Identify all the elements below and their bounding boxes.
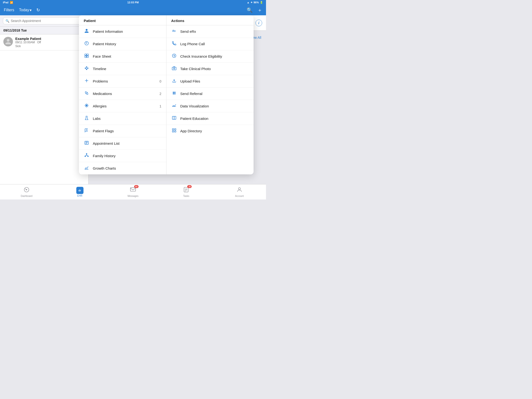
clinical-photo-icon	[171, 66, 177, 72]
dropdown-item-family-history[interactable]: Family History	[79, 150, 166, 162]
send-referral-icon	[171, 91, 177, 97]
dropdown-item-problems[interactable]: Problems 0	[79, 75, 166, 88]
tab-ehr-label: EHR	[77, 195, 82, 197]
problems-badge: 0	[159, 79, 161, 83]
upload-files-label: Upload Files	[180, 79, 249, 83]
search-input[interactable]	[11, 19, 83, 23]
dropdown-item-patient-history[interactable]: Patient History	[79, 38, 166, 50]
appt-name: Example Patient	[15, 37, 85, 41]
tasks-badge-wrap: 35	[183, 187, 189, 194]
device-label: iPad	[3, 1, 8, 4]
dropdown-item-patient-education[interactable]: Patient Education	[166, 112, 254, 125]
dropdown-item-upload-files[interactable]: Upload Files	[166, 75, 254, 88]
svg-rect-38	[172, 67, 176, 70]
problems-icon	[84, 78, 89, 84]
svg-rect-52	[174, 131, 176, 132]
svg-line-31	[87, 155, 88, 156]
clinical-photo-label: Take Clinical Photo	[180, 67, 249, 71]
tab-dashboard[interactable]: Dashboard	[0, 184, 53, 200]
dropdown-item-send-erx[interactable]: Rx Send eRx	[166, 25, 254, 38]
app-directory-icon	[171, 128, 177, 134]
svg-rect-3	[85, 56, 87, 58]
status-time: 12:03 PM	[127, 1, 139, 4]
svg-point-40	[173, 92, 174, 93]
tab-tasks[interactable]: 35 Tasks	[159, 184, 213, 200]
dropdown-item-insurance[interactable]: $ Check Insurance Eligibility	[166, 50, 254, 63]
dropdown-item-send-referral[interactable]: Send Referral	[166, 88, 254, 100]
status-right: ▲ ✦ 96% 🔋	[247, 1, 263, 4]
today-selector[interactable]: Today ▾	[19, 8, 32, 13]
dropdown-item-appointment-list[interactable]: Appointment List	[79, 137, 166, 150]
svg-point-6	[86, 66, 87, 67]
svg-rect-51	[172, 131, 174, 132]
svg-rect-2	[87, 54, 89, 56]
filters-button[interactable]: Filters	[4, 8, 14, 12]
info-button[interactable]: i	[255, 20, 262, 26]
dropdown-item-timeline[interactable]: Timeline	[79, 63, 166, 75]
patient-history-label: Patient History	[93, 42, 161, 46]
dashboard-icon	[23, 187, 30, 194]
svg-point-26	[86, 154, 87, 154]
send-erx-icon: Rx	[171, 28, 177, 34]
upload-files-icon	[171, 78, 177, 84]
labs-label: Labs	[93, 116, 161, 120]
timeline-label: Timeline	[93, 67, 161, 71]
tasks-badge: 35	[187, 185, 192, 188]
labs-icon	[84, 115, 89, 121]
tab-account[interactable]: Account	[213, 184, 266, 200]
dropdown-item-log-phone[interactable]: Log Phone Call	[166, 38, 254, 50]
avatar	[3, 37, 13, 46]
tab-messages[interactable]: 60 Messages	[107, 184, 159, 200]
dropdown-item-allergies[interactable]: Allergies 1	[79, 100, 166, 112]
svg-point-8	[86, 69, 87, 70]
dropdown-item-clinical-photo[interactable]: Take Clinical Photo	[166, 63, 254, 75]
dropdown-item-face-sheet[interactable]: Face Sheet	[79, 50, 166, 63]
appt-reason: Sick	[15, 44, 85, 48]
dropdown-item-data-viz[interactable]: Data Visualization	[166, 100, 254, 112]
sidebar: 🔍 09/11/2018 Tue Example Patient 09/11 1…	[0, 15, 89, 200]
tab-account-label: Account	[235, 195, 244, 197]
battery-label: 96%	[253, 1, 259, 4]
date-header: 09/11/2018 Tue	[0, 26, 88, 34]
search-input-wrap[interactable]: 🔍	[3, 17, 85, 24]
dropdown-item-app-directory[interactable]: App Directory	[166, 125, 254, 137]
appt-time: 09/11 10:00AM Off	[15, 41, 85, 44]
dropdown-item-growth-charts[interactable]: Growth Charts	[79, 162, 166, 174]
battery-icon: 🔋	[260, 1, 263, 4]
dropdown-item-medications[interactable]: Medications 2	[79, 88, 166, 100]
patient-info-label: Patient Information	[93, 29, 158, 33]
svg-point-28	[88, 156, 88, 157]
growth-charts-label: Growth Charts	[93, 166, 161, 170]
appointment-list-label: Appointment List	[93, 141, 161, 146]
wifi-icon: 📶	[10, 1, 13, 4]
tab-messages-label: Messages	[127, 195, 139, 197]
nav-right: 🔍 ＋	[247, 7, 262, 13]
face-sheet-label: Face Sheet	[93, 54, 161, 58]
tab-dashboard-label: Dashboard	[21, 195, 32, 197]
log-phone-icon	[171, 41, 177, 47]
svg-point-60	[238, 188, 241, 190]
svg-point-7	[87, 68, 88, 68]
growth-charts-icon	[84, 165, 89, 171]
insurance-icon: $	[171, 53, 177, 59]
nav-search-icon[interactable]: 🔍	[247, 7, 253, 13]
insurance-label: Check Insurance Eligibility	[180, 54, 249, 58]
allergies-badge: 1	[159, 104, 161, 108]
dropdown-item-patient-info[interactable]: Patient Information	[79, 25, 166, 38]
patient-info-icon	[84, 28, 89, 34]
refresh-button[interactable]: ↻	[36, 7, 40, 13]
patient-education-icon	[171, 115, 177, 121]
account-icon	[236, 187, 243, 194]
nav-add-button[interactable]: ＋	[257, 7, 262, 13]
dropdown-item-labs[interactable]: Labs	[79, 112, 166, 125]
bluetooth-icon: ✦	[250, 1, 253, 4]
tab-ehr[interactable]: dr EHR	[53, 184, 106, 200]
tasks-icon	[183, 188, 189, 194]
appointment-item[interactable]: Example Patient 09/11 10:00AM Off Sick	[0, 34, 88, 51]
svg-point-39	[173, 68, 175, 69]
dropdown-item-patient-flags[interactable]: Patient Flags	[79, 125, 166, 137]
dropdown-actions-header: Actions	[166, 15, 254, 25]
app-directory-label: App Directory	[180, 129, 249, 133]
status-bar: iPad 📶 12:03 PM ▲ ✦ 96% 🔋	[0, 0, 266, 5]
messages-badge-wrap: 60	[130, 187, 136, 194]
